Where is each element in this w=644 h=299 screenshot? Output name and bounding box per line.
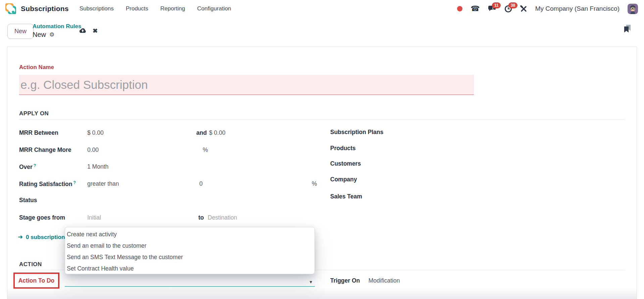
rating-unit: % [312,180,317,187]
customers-label: Customers [330,160,361,167]
menu-products[interactable]: Products [126,5,148,12]
rating-help-icon[interactable]: ? [73,180,76,185]
mrr-between-row: MRR Between $ 0.00 and $ 0.00 [19,129,321,138]
company-switcher[interactable]: My Company (San Francisco) [535,5,620,12]
navbar-right: ☎ 11 38 [457,4,638,14]
status-label: Status [19,197,37,204]
menu-subscriptions[interactable]: Subscriptions [80,5,114,12]
status-row: Status [19,197,321,205]
mrr-change-label: MRR Change More [19,146,71,154]
trigger-on-field[interactable]: Modification [368,277,400,284]
dropdown-option-create-next-activity[interactable]: Create next activity [65,229,314,240]
navbar-left: Subscriptions Subscriptions Products Rep… [5,3,231,14]
rating-value-field[interactable]: 0 [199,180,203,187]
apply-on-section-title: APPLY ON [19,110,49,117]
action-to-do-dropdown: Create next activity Send an email to th… [65,227,315,274]
products-label: Products [330,145,356,152]
mrr-change-field[interactable]: 0.00 [87,146,99,154]
gear-icon[interactable]: ⚙ [49,31,54,38]
dropdown-option-send-sms[interactable]: Send an SMS Text Message to the customer [65,251,314,263]
company-label: Company [330,176,357,183]
action-name-input[interactable] [19,75,474,95]
save-cloud-icon[interactable] [79,27,87,35]
mrr-between-label: MRR Between [19,129,58,136]
rating-label: Rating Satisfaction [19,181,72,187]
breadcrumb-parent-link[interactable]: Automation Rules [33,23,81,30]
trigger-on-label: Trigger On [330,277,360,284]
over-field[interactable]: 1 Month [87,163,108,170]
form-sheet: Action Name APPLY ON MRR Between $ 0.00 … [7,46,637,299]
menu-configuration[interactable]: Configuration [197,5,231,12]
sheet-bottom-fade [7,288,637,299]
stage-to-label: to [198,214,204,221]
new-button[interactable]: New [7,24,34,39]
user-avatar[interactable] [628,4,638,14]
dropdown-option-send-email[interactable]: Send an email to the customer [65,240,314,251]
rating-label-wrap: Rating Satisfaction? [19,180,76,188]
main-menu: Subscriptions Products Reporting Configu… [80,5,231,12]
mrr-change-unit: % [203,146,208,154]
top-navbar: Subscriptions Subscriptions Products Rep… [0,0,644,17]
screen: Subscriptions Subscriptions Products Rep… [0,0,644,299]
recording-dot-icon[interactable] [457,6,462,11]
control-bar: New Automation Rules New ⚙ ✖ [0,17,644,46]
mrr-change-row: MRR Change More 0.00 % [19,146,321,155]
stage-row: Stage goes from Initial to Destination [19,214,321,223]
stage-to-field[interactable]: Destination [208,214,237,221]
activities-badge: 38 [508,2,517,8]
breadcrumb: Automation Rules New ⚙ [33,23,81,39]
breadcrumb-current: New [33,31,46,39]
subscriptions-count-text: 0 subscriptions [26,234,68,240]
mrr-between-min-field[interactable]: $ 0.00 [87,129,104,136]
action-to-do-highlight-box: Action To Do [13,273,59,289]
over-row: Over? 1 Month [19,163,321,172]
subscriptions-app-logo-icon[interactable] [5,3,16,14]
chevron-down-icon: ▾ [309,279,312,285]
over-help-icon[interactable]: ? [34,163,36,168]
messages-icon[interactable]: 11 [488,5,496,12]
arrow-right-icon: ➜ [18,234,23,240]
action-name-label: Action Name [19,64,54,71]
mrr-between-max-field[interactable]: $ 0.00 [209,129,226,136]
bookmark-icon[interactable] [624,25,632,36]
subscriptions-count-link[interactable]: ➜0 subscriptions [18,233,68,241]
mrr-between-and-label: and [196,129,207,136]
over-label-wrap: Over? [19,163,36,171]
rating-row: Rating Satisfaction? greater than 0 % [19,180,321,189]
discard-icon[interactable]: ✖ [93,27,98,35]
messages-badge: 11 [492,2,501,8]
dropdown-option-set-contract-health[interactable]: Set Contract Health value [65,263,314,274]
over-label: Over [19,164,33,170]
activities-icon[interactable]: 38 [504,5,512,13]
action-to-do-label: Action To Do [18,277,55,284]
rating-operator-field[interactable]: greater than [87,180,119,187]
subscription-plans-label: Subscription Plans [330,129,384,136]
menu-reporting[interactable]: Reporting [160,5,185,12]
app-title: Subscriptions [21,5,69,13]
stage-from-field[interactable]: Initial [87,214,101,221]
sales-team-label: Sales Team [330,193,362,200]
action-to-do-select[interactable]: ▾ [65,278,315,287]
apply-on-divider [19,119,625,120]
stage-label: Stage goes from [19,214,65,221]
action-section-title: ACTION [19,261,42,268]
phone-icon[interactable]: ☎ [470,5,480,12]
tools-icon[interactable] [520,5,527,12]
